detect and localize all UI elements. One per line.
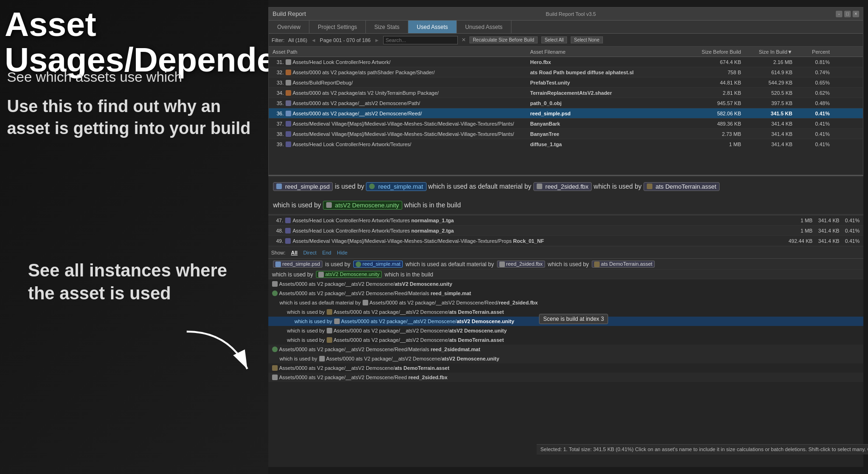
status-text: Selected: 1. Total size: 341.5 KB (0.41%…	[540, 446, 868, 452]
psd-icon	[275, 262, 281, 267]
detail-row[interactable]: Assets/0000 ats V2 package/__atsV2 Demos…	[268, 345, 863, 354]
terrain-icon	[594, 262, 600, 267]
dep-chain-bar: reed_simple.psd is used by reed_simple.m…	[268, 175, 863, 198]
window-title: Build Report	[273, 10, 306, 17]
mat-icon	[356, 262, 361, 267]
filter-sep: ◄	[311, 37, 316, 43]
unity-icon	[327, 328, 332, 333]
unity-icon	[326, 202, 332, 208]
detail-row[interactable]: Assets/0000 ats V2 package/__atsV2 Demos…	[268, 373, 863, 382]
dep-psd-tag[interactable]: reed_simple.psd	[273, 182, 333, 191]
detail-row[interactable]: which is used by Assets/0000 ats V2 pack…	[268, 354, 863, 363]
header-percent: Percent	[796, 49, 833, 55]
tga-icon	[285, 218, 291, 223]
tga-icon	[286, 141, 291, 147]
show-direct-btn[interactable]: Direct	[303, 250, 317, 255]
header-path: Asset Path	[269, 49, 530, 55]
tga-icon	[286, 121, 291, 127]
page-title: Asset Usages/Dependencies	[5, 7, 266, 78]
table-row[interactable]: 35. Assets/0000 ats V2 package/__atsV2 D…	[269, 98, 863, 108]
page-nav: ►	[374, 37, 379, 43]
select-none-btn[interactable]: Select None	[571, 36, 602, 43]
detail-row[interactable]: Assets/0000 ats V2 package/__atsV2 Demos…	[268, 289, 863, 298]
bottom-fbx-tag[interactable]: reed_2sided.fbx	[497, 261, 545, 268]
fbx-icon	[363, 300, 368, 305]
close-btn[interactable]: ×	[853, 11, 859, 17]
table-row[interactable]: 39. Assets/Head Look Controller/Hero Art…	[269, 139, 863, 149]
fbx-icon	[499, 262, 505, 267]
page-info: Page 001 - 070 of 186	[320, 37, 371, 43]
arrow-decoration	[173, 327, 266, 388]
search-input[interactable]	[383, 36, 458, 44]
filter-bar: Filter: All (186) ◄ Page 001 - 070 of 18…	[269, 34, 863, 47]
search-clear-icon[interactable]: ✕	[462, 37, 466, 43]
maximize-btn[interactable]: □	[844, 11, 851, 17]
bottom-unity-tag[interactable]: atsV2 Demoscene.unity	[316, 271, 382, 278]
table-row[interactable]: 33. Assets/BuildReportDebug/ PrefabTest.…	[269, 78, 863, 88]
show-bar: Show: All Direct End Hide	[268, 247, 863, 259]
terrain-icon	[327, 337, 332, 343]
unity-icon	[334, 318, 340, 324]
select-all-btn[interactable]: Select All	[541, 36, 567, 43]
table-header: Asset Path Asset Filename Size Before Bu…	[269, 47, 863, 57]
editor-window: Build Report Build Report Tool v3.5 - □ …	[268, 7, 863, 175]
show-end-btn[interactable]: End	[322, 250, 331, 255]
detail-row[interactable]: which is used by Assets/0000 ats V2 pack…	[268, 335, 863, 345]
unity-icon	[319, 356, 325, 361]
unity-icon	[286, 80, 291, 85]
show-hide-btn[interactable]: Hide	[337, 250, 348, 255]
table-row[interactable]: 49. Assets/Medieval Village/[Maps]/Medie…	[268, 236, 863, 246]
bottom-terrain-tag[interactable]: ats DemoTerrain.asset	[592, 261, 655, 268]
mat-icon	[369, 184, 375, 189]
obj-icon	[286, 100, 291, 106]
subtitle1: See which assets use which	[7, 68, 261, 86]
psd-icon	[286, 111, 291, 116]
table-row[interactable]: 47. Assets/Head Look Controller/Hero Art…	[268, 215, 863, 226]
table-row[interactable]: 38. Assets/Medieval Village/[Maps]/Medie…	[269, 129, 863, 139]
dep-unity-tag[interactable]: atsV2 Demoscene.unity	[323, 201, 402, 210]
table-row[interactable]: 32. Assets/0000 ats V2 package/ats pathS…	[269, 67, 863, 78]
table-row[interactable]: 34. Assets/0000 ats V2 package/ats V2 Un…	[269, 88, 863, 98]
subtitle2: Use this to find out why an asset is get…	[7, 96, 261, 140]
detail-row[interactable]: Assets/0000 ats V2 package/__atsV2 Demos…	[268, 363, 863, 373]
detail-rows-container: Assets/0000 ats V2 package/__atsV2 Demos…	[268, 279, 863, 433]
shader-icon	[286, 70, 291, 75]
fbx-icon	[286, 59, 291, 65]
bottom-dep-header: reed_simple.psd is used by reed_simple.m…	[268, 259, 863, 270]
mat-icon	[272, 347, 278, 352]
dep-chain-bar2: which is used by atsV2 Demoscene.unity w…	[268, 196, 863, 215]
tab-used-assets[interactable]: Used Assets	[408, 21, 457, 33]
header-size-before: Size Before Build	[684, 49, 745, 55]
tab-unused-assets[interactable]: Unused Assets	[457, 21, 511, 33]
show-all-btn[interactable]: All	[291, 250, 298, 255]
detail-row[interactable]: which is used as default material by Ass…	[268, 298, 863, 307]
dep-terrain-tag[interactable]: ats DemoTerrain.asset	[644, 182, 720, 191]
version-label: Build Report Tool v3.5	[546, 11, 596, 17]
tga-icon	[285, 228, 291, 233]
tooltip-text: Scene is build at index 3	[543, 316, 604, 322]
table-row[interactable]: 31. Assets/Head Look Controller/Hero Art…	[269, 57, 863, 67]
more-rows-section: 47. Assets/Head Look Controller/Hero Art…	[268, 215, 863, 247]
show-label: Show:	[271, 250, 286, 255]
table-row[interactable]: 48. Assets/Head Look Controller/Hero Art…	[268, 226, 863, 236]
dep-label-3: which is used by	[594, 183, 642, 190]
mat-icon	[272, 290, 278, 296]
tab-project-settings[interactable]: Project Settings	[309, 21, 366, 33]
detail-row[interactable]: which is used by Assets/0000 ats V2 pack…	[268, 326, 863, 335]
header-size-build: Size In Build▼	[745, 49, 796, 55]
shader-icon	[286, 90, 291, 96]
tab-overview[interactable]: Overview	[269, 21, 309, 33]
dep-fbx-tag[interactable]: reed_2sided.fbx	[533, 182, 592, 191]
bottom-mat-tag[interactable]: reed_simple.mat	[353, 261, 403, 268]
dep-label-2: which is used as default material by	[428, 183, 532, 190]
minimize-btn[interactable]: -	[836, 11, 842, 17]
terrain-icon	[272, 365, 278, 371]
table-row[interactable]: 37. Assets/Medieval Village/[Maps]/Medie…	[269, 119, 863, 129]
terrain-icon	[327, 309, 332, 315]
recalculate-btn[interactable]: Recalculate Size Before Build	[469, 36, 538, 43]
table-row[interactable]: 36. Assets/0000 ats V2 package/__atsV2 D…	[269, 108, 863, 119]
bottom-psd-tag[interactable]: reed_simple.psd	[273, 261, 322, 268]
tab-size-stats[interactable]: Size Stats	[366, 21, 408, 33]
detail-row[interactable]: Assets/0000 ats V2 package/__atsV2 Demos…	[268, 279, 863, 289]
dep-mat-tag[interactable]: reed_simple.mat	[366, 182, 426, 191]
